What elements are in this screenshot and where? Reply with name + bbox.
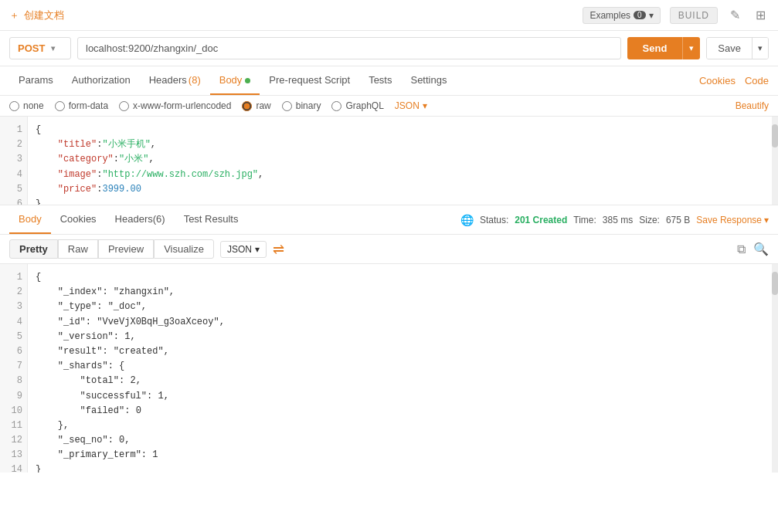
send-button[interactable]: Send <box>627 37 683 59</box>
tab-tests[interactable]: Tests <box>359 66 401 95</box>
response-tab-body[interactable]: Body <box>9 205 51 234</box>
response-tabs-right: 🌐 Status: 201 Created Time: 385 ms Size:… <box>460 214 769 226</box>
create-doc-btn[interactable]: ＋ 创建文档 <box>9 8 64 22</box>
request-scrollbar[interactable] <box>772 117 778 205</box>
body-types: none form-data x-www-form-urlencoded raw… <box>9 100 427 111</box>
copy-icon[interactable]: ⧉ <box>737 242 746 256</box>
format-tab-visualize[interactable]: Visualize <box>154 239 214 259</box>
json-format-chevron-icon: ▾ <box>255 244 260 255</box>
tab-params[interactable]: Params <box>9 66 63 95</box>
body-label: Body <box>219 74 243 86</box>
save-dropdown-button[interactable]: ▾ <box>752 38 768 59</box>
request-tabs-left: Params Authorization Headers(8) Body Pre… <box>9 66 456 95</box>
response-code-content[interactable]: { "_index": "zhangxin", "_type": "_doc",… <box>28 264 778 473</box>
json-chevron-icon: ▾ <box>423 100 427 111</box>
search-icon[interactable]: 🔍 <box>753 242 769 256</box>
form-data-label: form-data <box>69 100 108 111</box>
url-input[interactable] <box>77 37 621 59</box>
beautify-button[interactable]: Beautify <box>736 100 769 111</box>
save-response-chevron-icon: ▾ <box>764 215 769 225</box>
headers-label: Headers <box>149 74 187 86</box>
url-bar: POST ▾ Send ▾ Save ▾ <box>0 31 778 66</box>
body-type-row: none form-data x-www-form-urlencoded raw… <box>0 96 778 117</box>
response-tab-test-results[interactable]: Test Results <box>175 205 248 234</box>
response-code-inner: 1234567891011121314 { "_index": "zhangxi… <box>0 264 778 473</box>
plus-icon: ＋ <box>9 8 19 22</box>
wrap-button[interactable]: ⇌ <box>273 241 284 258</box>
json-format-label: JSON <box>227 244 252 255</box>
response-headers-count: (6) <box>153 213 165 225</box>
request-tabs-row: Params Authorization Headers(8) Body Pre… <box>0 66 778 96</box>
method-select[interactable]: POST ▾ <box>9 37 71 59</box>
response-code-editor: 1234567891011121314 { "_index": "zhangxi… <box>0 264 778 473</box>
tab-authorization[interactable]: Authorization <box>63 66 140 95</box>
response-headers-label: Headers <box>115 213 153 225</box>
size-value: 675 B <box>666 215 690 225</box>
tab-pre-request[interactable]: Pre-request Script <box>260 66 359 95</box>
request-tabs-right: Cookies Code <box>699 75 769 86</box>
response-section: Body Cookies Headers(6) Test Results 🌐 S… <box>0 205 778 473</box>
json-format-select[interactable]: JSON ▾ <box>220 241 267 258</box>
send-dropdown-button[interactable]: ▾ <box>682 37 700 59</box>
save-response-label: Save Response <box>696 215 762 225</box>
size-label: Size: <box>639 215 660 225</box>
save-response-button[interactable]: Save Response ▾ <box>696 215 769 225</box>
request-line-numbers: 123456 <box>0 117 28 205</box>
radio-urlencoded[interactable]: x-www-form-urlencoded <box>119 100 231 111</box>
globe-icon: 🌐 <box>460 214 474 226</box>
request-code-inner: 123456 { "title":"小米手机", "category":"小米"… <box>0 117 778 205</box>
radio-binary-input[interactable] <box>282 101 292 111</box>
status-label: Status: <box>480 215 508 225</box>
json-type-select[interactable]: JSON ▾ <box>395 100 427 111</box>
binary-label: binary <box>296 100 321 111</box>
save-btn-group: Save ▾ <box>706 37 769 59</box>
none-label: none <box>23 100 44 111</box>
edit-icon[interactable]: ✎ <box>727 6 743 24</box>
radio-none-input[interactable] <box>9 101 19 111</box>
tab-headers[interactable]: Headers(8) <box>140 66 210 95</box>
request-code-editor: 123456 { "title":"小米手机", "category":"小米"… <box>0 117 778 205</box>
response-scrollbar-thumb[interactable] <box>772 272 778 295</box>
response-tabs-left: Body Cookies Headers(6) Test Results <box>9 205 247 234</box>
json-type-label: JSON <box>395 100 420 111</box>
radio-none[interactable]: none <box>9 100 44 111</box>
urlencoded-label: x-www-form-urlencoded <box>133 100 231 111</box>
format-right-icons: ⧉ 🔍 <box>737 242 769 256</box>
radio-binary[interactable]: binary <box>282 100 321 111</box>
tab-body[interactable]: Body <box>210 66 260 95</box>
radio-raw[interactable]: raw <box>242 100 270 111</box>
radio-graphql-input[interactable] <box>331 101 341 111</box>
graphql-label: GraphQL <box>345 100 383 111</box>
method-label: POST <box>18 42 45 54</box>
examples-badge: 0 <box>634 11 646 19</box>
method-chevron-icon: ▾ <box>51 44 55 53</box>
radio-urlencoded-input[interactable] <box>119 101 129 111</box>
build-button[interactable]: BUILD <box>670 7 718 24</box>
create-doc-label: 创建文档 <box>24 8 64 22</box>
examples-label: Examples <box>589 10 630 21</box>
format-tab-preview[interactable]: Preview <box>98 239 154 259</box>
code-link[interactable]: Code <box>745 75 769 86</box>
request-code-content[interactable]: { "title":"小米手机", "category":"小米", "imag… <box>28 117 778 205</box>
response-scrollbar[interactable] <box>772 264 778 473</box>
format-tab-pretty[interactable]: Pretty <box>9 239 58 259</box>
grid-icon[interactable]: ⊞ <box>753 6 769 24</box>
cookies-link[interactable]: Cookies <box>699 75 736 86</box>
radio-form-data[interactable]: form-data <box>55 100 108 111</box>
top-bar: ＋ 创建文档 Examples 0 ▾ BUILD ✎ ⊞ <box>0 0 778 31</box>
tab-settings[interactable]: Settings <box>401 66 456 95</box>
response-tab-headers[interactable]: Headers(6) <box>106 205 175 234</box>
time-label: Time: <box>573 215 596 225</box>
response-format-row: Pretty Raw Preview Visualize JSON ▾ ⇌ ⧉ … <box>0 235 778 264</box>
response-tabs-row: Body Cookies Headers(6) Test Results 🌐 S… <box>0 205 778 235</box>
response-tab-cookies[interactable]: Cookies <box>51 205 106 234</box>
headers-count: (8) <box>189 74 201 86</box>
radio-raw-input[interactable] <box>242 101 252 111</box>
format-tab-raw[interactable]: Raw <box>58 239 98 259</box>
request-scrollbar-thumb[interactable] <box>772 124 778 147</box>
raw-label: raw <box>256 100 270 111</box>
radio-form-data-input[interactable] <box>55 101 65 111</box>
examples-button[interactable]: Examples 0 ▾ <box>583 7 660 24</box>
radio-graphql[interactable]: GraphQL <box>331 100 383 111</box>
save-button[interactable]: Save <box>707 38 752 59</box>
